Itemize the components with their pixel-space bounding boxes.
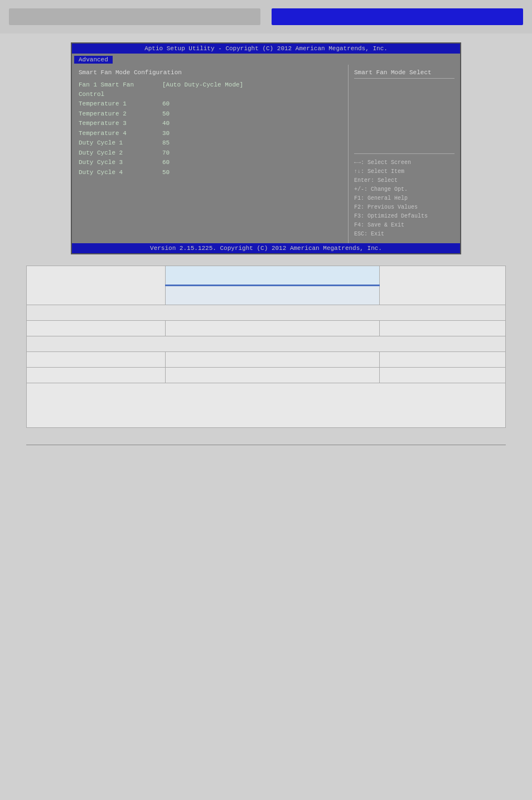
bios-body: Smart Fan Mode Configuration Fan 1 Smart… xyxy=(72,65,460,243)
cell-r6c1 xyxy=(27,368,166,383)
duty4-label: Duty Cycle 4 xyxy=(79,168,162,177)
bios-row-temp2[interactable]: Temperature 2 50 xyxy=(79,109,341,119)
table-row xyxy=(27,368,506,383)
bios-screen: Aptio Setup Utility - Copyright (C) 2012… xyxy=(71,42,461,254)
fan1-label: Fan 1 Smart Fan Control xyxy=(79,80,162,99)
header-right-bar xyxy=(272,8,523,25)
temp3-label: Temperature 3 xyxy=(79,119,162,128)
table-row-full xyxy=(27,336,506,352)
bios-row-duty4[interactable]: Duty Cycle 4 50 xyxy=(79,168,341,177)
key-prev-values: F2: Previous Values xyxy=(354,203,454,212)
cell-r1c3 xyxy=(379,266,505,305)
bios-left-panel: Smart Fan Mode Configuration Fan 1 Smart… xyxy=(72,65,349,243)
key-enter: Enter: Select xyxy=(354,176,454,185)
duty2-label: Duty Cycle 2 xyxy=(79,148,162,158)
cell-r6c2 xyxy=(165,368,379,383)
key-opt-defaults: F3: Optimized Defaults xyxy=(354,212,454,221)
cell-r7-full xyxy=(27,383,506,428)
help-title: Smart Fan Mode Select xyxy=(354,69,454,79)
fan1-value: [Auto Duty-Cycle Mode] xyxy=(162,80,243,99)
header-left-bar xyxy=(9,8,260,25)
table-section xyxy=(26,266,506,428)
top-header xyxy=(0,0,532,33)
cell-r5c1 xyxy=(27,352,166,368)
duty1-label: Duty Cycle 1 xyxy=(79,138,162,148)
temp4-value: 30 xyxy=(162,129,170,138)
cell-r1c2-top xyxy=(165,266,379,286)
table-row xyxy=(27,321,506,336)
cell-r5c3 xyxy=(379,352,505,368)
table-row-full xyxy=(27,305,506,321)
duty3-label: Duty Cycle 3 xyxy=(79,158,162,167)
temp2-label: Temperature 2 xyxy=(79,109,162,119)
cell-r4-full xyxy=(27,336,506,352)
help-divider xyxy=(354,153,454,154)
duty2-value: 70 xyxy=(162,148,170,158)
bios-row-duty1[interactable]: Duty Cycle 1 85 xyxy=(79,138,341,148)
cell-r6c3 xyxy=(379,368,505,383)
bios-row-temp4[interactable]: Temperature 4 30 xyxy=(79,129,341,138)
bios-row-temp3[interactable]: Temperature 3 40 xyxy=(79,119,341,128)
duty1-value: 85 xyxy=(162,138,170,148)
cell-r3c2 xyxy=(165,321,379,336)
bios-row-temp1[interactable]: Temperature 1 60 xyxy=(79,99,341,109)
cell-r3c3 xyxy=(379,321,505,336)
key-general-help: F1: General Help xyxy=(354,194,454,203)
advanced-tab[interactable]: Advanced xyxy=(74,56,113,64)
cell-r3c1 xyxy=(27,321,166,336)
key-select-item: ↑↓: Select Item xyxy=(354,167,454,176)
table-row xyxy=(27,266,506,286)
temp1-value: 60 xyxy=(162,99,170,109)
section-title: Smart Fan Mode Configuration xyxy=(79,69,341,76)
key-esc-exit: ESC: Exit xyxy=(354,230,454,239)
temp2-value: 50 xyxy=(162,109,170,119)
cell-r1c2-bottom xyxy=(165,286,379,305)
bios-footer: Version 2.15.1225. Copyright (C) 2012 Am… xyxy=(72,243,460,253)
main-table xyxy=(26,266,506,428)
bios-key-hints: ←→: Select Screen ↑↓: Select Item Enter:… xyxy=(354,158,454,239)
separator xyxy=(26,445,506,445)
key-change-opt: +/-: Change Opt. xyxy=(354,185,454,194)
key-save-exit: F4: Save & Exit xyxy=(354,221,454,230)
bios-row-duty3[interactable]: Duty Cycle 3 60 xyxy=(79,158,341,167)
bios-tab-bar: Advanced xyxy=(72,54,460,65)
bios-title: Aptio Setup Utility - Copyright (C) 2012… xyxy=(72,44,460,54)
cell-r2-full xyxy=(27,305,506,321)
bios-row-duty2[interactable]: Duty Cycle 2 70 xyxy=(79,148,341,158)
bios-right-panel: Smart Fan Mode Select ←→: Select Screen … xyxy=(349,65,460,243)
temp4-label: Temperature 4 xyxy=(79,129,162,138)
temp3-value: 40 xyxy=(162,119,170,128)
cell-r1c1 xyxy=(27,266,166,305)
cell-r5c2 xyxy=(165,352,379,368)
table-row xyxy=(27,352,506,368)
duty3-value: 60 xyxy=(162,158,170,167)
bios-row-fan1[interactable]: Fan 1 Smart Fan Control [Auto Duty-Cycle… xyxy=(79,80,341,99)
table-row-large xyxy=(27,383,506,428)
temp1-label: Temperature 1 xyxy=(79,99,162,109)
duty4-value: 50 xyxy=(162,168,170,177)
key-select-screen: ←→: Select Screen xyxy=(354,158,454,167)
